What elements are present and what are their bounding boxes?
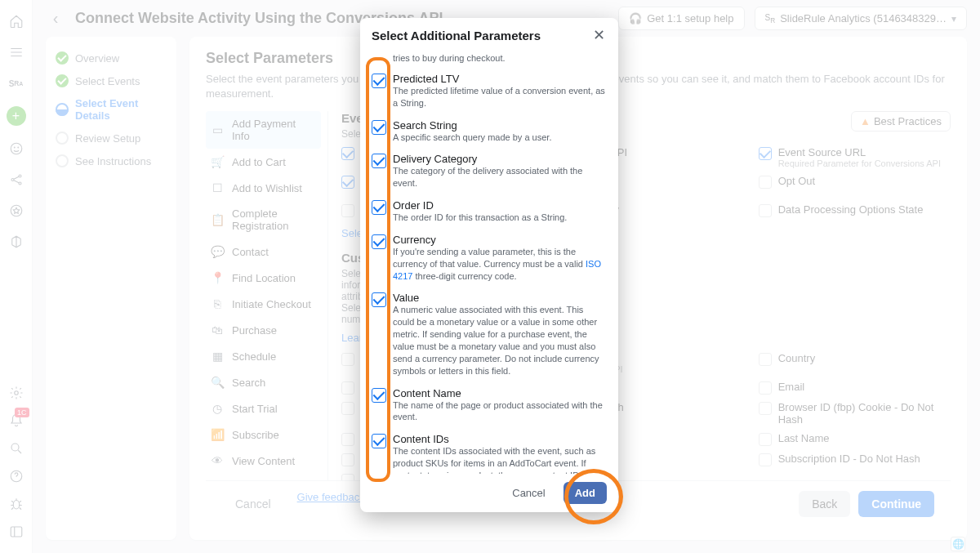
checkbox-icon[interactable] [372, 234, 386, 249]
checkbox-icon[interactable] [372, 74, 386, 88]
checkbox-icon[interactable] [372, 154, 386, 168]
modal-param-value[interactable]: ValueA numeric value associated with thi… [372, 287, 607, 381]
select-additional-parameters-modal: Select Additional Parameters ✕ tries to … [360, 18, 618, 512]
modal-body[interactable]: tries to buy during checkout. Predicted … [360, 52, 618, 474]
modal-param-content-ids[interactable]: Content IDsThe content IDs associated wi… [372, 428, 607, 474]
modal-param-search-string[interactable]: Search StringA specific search query mad… [372, 114, 607, 149]
modal-param-order-id[interactable]: Order IDThe order ID for this transactio… [372, 194, 607, 229]
checkbox-icon[interactable] [372, 388, 386, 403]
checkbox-icon[interactable] [372, 120, 386, 135]
checkbox-icon[interactable] [372, 200, 386, 215]
checkbox-icon[interactable] [372, 292, 386, 307]
modal-title: Select Additional Parameters [372, 29, 541, 42]
modal-param-currency[interactable]: CurrencyIf you're sending a value parame… [372, 229, 607, 288]
modal-add-button[interactable]: Add [564, 482, 607, 504]
modal-param-predicted-ltv[interactable]: Predicted LTVThe predicted lifetime valu… [372, 68, 607, 114]
modal-param-content-name[interactable]: Content NameThe name of the page or prod… [372, 382, 607, 429]
close-icon[interactable]: ✕ [590, 26, 607, 44]
modal-intro: tries to buy during checkout. [372, 52, 607, 65]
modal-cancel-button[interactable]: Cancel [501, 482, 556, 504]
checkbox-icon[interactable] [372, 434, 386, 448]
modal-param-delivery-category[interactable]: Delivery CategoryThe category of the del… [372, 148, 607, 194]
